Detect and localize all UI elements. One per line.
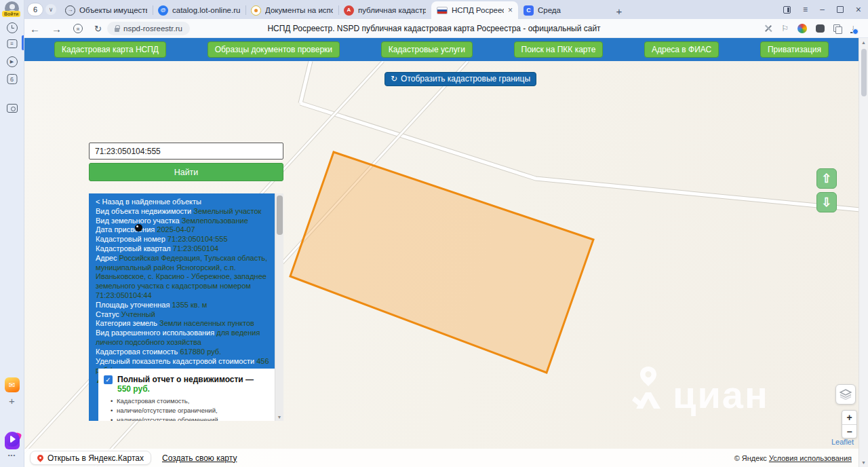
map-pin-icon <box>36 453 45 462</box>
tab-sreda[interactable]: C Среда <box>518 1 611 19</box>
refresh-icon: ↻ <box>391 74 397 83</box>
tab-lot-online[interactable]: @ catalog.lot-online.ru/inde <box>153 1 245 19</box>
nav-button-pkk-search[interactable]: Поиск на ПКК карте <box>514 41 604 58</box>
toolbar-right-icons: ⚐ ↓ <box>764 19 856 38</box>
report-offer-panel: ✓ Полный отчет о недвижимости — 550 руб.… <box>98 369 275 421</box>
address-bar[interactable]: nspd-rosreestr.ru <box>107 22 190 35</box>
extensions-icon[interactable] <box>797 24 807 33</box>
report-title-text: Полный отчет о недвижимости — <box>117 375 254 384</box>
pan-down-button[interactable]: ⇩ <box>816 192 837 212</box>
layers-icon <box>840 389 852 400</box>
show-borders-label: Отобразить кадастровые границы <box>401 74 530 83</box>
scrollbar-thumb[interactable] <box>861 49 867 96</box>
reload-icon[interactable]: ↻ <box>94 24 102 34</box>
bookmark-flag-icon[interactable]: ⚐ <box>781 24 789 33</box>
scroll-up-icon[interactable]: ▲ <box>859 40 868 45</box>
cadastral-search-input[interactable] <box>89 143 283 160</box>
zoom-out-button[interactable]: − <box>842 424 856 438</box>
browser-toolbar: ← → я ↻ nspd-rosreestr.ru НСПД Росреестр… <box>0 19 868 38</box>
video-icon[interactable]: ▶ <box>7 56 18 67</box>
layers-button[interactable] <box>835 384 856 405</box>
leaflet-attribution[interactable]: Leaflet <box>831 438 854 446</box>
panel-scrollbar-thumb[interactable] <box>277 195 283 235</box>
lock-icon <box>115 28 119 32</box>
scroll-down-icon[interactable]: ▼ <box>859 460 868 465</box>
tab-objects[interactable]: → Объекты имущества - Ф <box>60 1 153 19</box>
login-badge[interactable]: Войти <box>2 11 20 17</box>
nav-button-document-samples[interactable]: Образцы документов проверки <box>208 41 340 58</box>
nav-button-fias[interactable]: Адреса в ФИАС <box>644 41 719 58</box>
more-icon[interactable]: ••• <box>8 452 16 458</box>
zoom-in-button[interactable]: + <box>842 411 856 424</box>
tab-counter[interactable]: 6 <box>27 3 43 16</box>
side-panel-icon[interactable] <box>783 6 791 14</box>
field-label: Кадастровый номер <box>96 235 165 243</box>
back-icon[interactable]: ← <box>30 23 40 35</box>
tab-close-icon[interactable]: × <box>508 5 513 15</box>
minimize-icon[interactable]: – <box>820 5 825 14</box>
page-scrollbar[interactable]: ▲ ▼ <box>859 38 868 467</box>
tabs-panel-icon[interactable]: ≡ <box>7 39 17 48</box>
tab-label: Среда <box>538 6 606 14</box>
tab-count-badge[interactable]: 6 <box>7 74 17 84</box>
parcel-field: Вид разрешенного использования для веден… <box>96 329 271 348</box>
report-checkbox[interactable]: ✓ <box>104 375 113 384</box>
parcel-field: Вид земельного участка Землепользование <box>96 217 271 226</box>
create-map-link[interactable]: Создать свою карту <box>162 453 237 463</box>
panel-scrollbar[interactable]: ▼ <box>275 193 283 421</box>
terms-link[interactable]: Условия использования <box>769 454 852 462</box>
parcel-polygon[interactable] <box>290 152 593 373</box>
tab-public-cadastral[interactable]: А публичная кадастровая <box>338 1 431 19</box>
field-value: 1355 кв. м <box>172 301 207 309</box>
field-label: Кадастровая стоимость <box>96 348 178 356</box>
yandex-maps-bar: Открыть в Яндекс.Картах Создать свою кар… <box>24 449 859 467</box>
new-tab-button[interactable]: + <box>611 3 627 19</box>
maximize-icon[interactable] <box>837 6 844 13</box>
adblock-icon[interactable] <box>816 24 825 33</box>
find-button[interactable]: Найти <box>89 163 283 181</box>
nav-button-cadastral-map[interactable]: Кадастровая карта НСПД <box>54 41 166 58</box>
field-value: 617880 руб. <box>180 348 221 356</box>
report-items: Кадастровая стоимость, наличие/отсутстви… <box>111 397 269 421</box>
parcel-field: Кадастровый квартал 71:23:050104 <box>96 244 271 254</box>
parcel-field: Вид объекта недвижимости Земельный участ… <box>96 207 271 217</box>
parcel-info-panel: < Назад в найденные объекты Вид объекта … <box>89 193 283 421</box>
tab-favicon-arrow-icon: → <box>65 5 75 16</box>
field-label: Площадь уточненная <box>96 301 170 309</box>
field-label: Дата присвоения <box>96 225 155 234</box>
copy-link-icon[interactable] <box>833 24 842 33</box>
field-label: Кадастровый квартал <box>96 244 171 253</box>
mail-icon[interactable]: ✉ <box>5 377 20 392</box>
field-label: Вид объекта недвижимости <box>96 207 191 215</box>
history-icon[interactable] <box>7 22 18 33</box>
nav-button-cadastral-services[interactable]: Кадастровые услуги <box>381 41 473 58</box>
field-label: Статус <box>96 310 119 318</box>
reader-mode-icon[interactable] <box>764 24 772 33</box>
map-canvas[interactable]: ↻ Отобразить кадастровые границы ⇧ ⇩ циа… <box>24 61 859 467</box>
downloads-icon[interactable]: ↓ <box>850 24 856 33</box>
close-window-icon[interactable]: × <box>856 4 861 15</box>
pan-up-button[interactable]: ⇧ <box>816 168 837 189</box>
field-value: Земли населенных пунктов <box>159 319 254 327</box>
parcel-field: Категория земель Земли населенных пункто… <box>96 319 271 329</box>
report-price: 550 руб. <box>117 384 150 394</box>
field-value: 71:23:050104 <box>173 244 218 253</box>
protect-icon[interactable]: я <box>73 24 83 33</box>
chevron-down-icon[interactable]: ∨ <box>45 4 56 15</box>
add-service-icon[interactable]: + <box>9 395 15 407</box>
parcel-info: < Назад в найденные объекты Вид объекта … <box>89 193 283 386</box>
screenshot-icon[interactable] <box>7 104 18 113</box>
tab-label: Объекты имущества - Ф <box>79 6 147 14</box>
mouse-cursor <box>135 224 142 231</box>
alisa-icon[interactable] <box>5 432 20 447</box>
nav-button-privatization[interactable]: Приватизация <box>760 41 829 58</box>
show-borders-button[interactable]: ↻ Отобразить кадастровые границы <box>384 72 536 86</box>
parcel-field: Дата присвоения 2025-04-07 <box>96 225 271 235</box>
tab-documents[interactable]: Документы на исполнен <box>245 1 338 19</box>
open-in-yandex-maps-button[interactable]: Открыть в Яндекс.Картах <box>30 451 151 465</box>
back-to-results-link[interactable]: < Назад в найденные объекты <box>96 198 271 207</box>
forward-icon[interactable]: → <box>52 23 62 35</box>
menu-icon[interactable]: ≡ <box>803 5 808 14</box>
tab-nspd-active[interactable]: НСПД Росреестр. NSP × <box>431 1 518 19</box>
panel-scroll-down-icon[interactable]: ▼ <box>275 415 283 419</box>
